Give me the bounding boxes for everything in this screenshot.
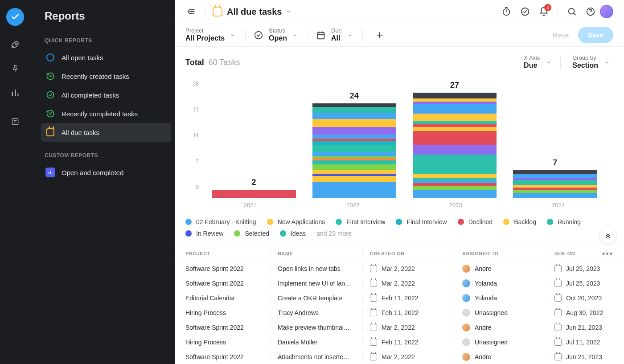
table-row[interactable]: Software Sprint 2022Make preview thumbna…	[175, 320, 624, 335]
legend-dot-icon	[234, 230, 240, 237]
calendar-icon	[554, 294, 562, 302]
add-filter-button[interactable]: +	[371, 26, 389, 44]
calendar-icon	[554, 265, 562, 272]
report-title-dropdown[interactable]: All due tasks	[210, 5, 294, 19]
bar-segment	[312, 119, 396, 127]
sidebar-item-open-and-completed[interactable]: Open and completed	[41, 163, 171, 182]
cell-due: Aug 30, 2022	[554, 309, 613, 316]
cell-assigned: Yolanda	[462, 279, 547, 287]
report-title: All due tasks	[227, 7, 282, 17]
legend-item[interactable]: New Applications	[267, 218, 325, 225]
app-logo[interactable]	[6, 8, 24, 26]
table-row[interactable]: Software Sprint 2022Implement new UI of …	[175, 276, 624, 290]
filter-separator	[245, 29, 246, 41]
sidebar-item-all-completed[interactable]: All completed tasks	[41, 86, 171, 104]
rail-rocket-icon[interactable]	[10, 39, 21, 50]
cell-project: Software Sprint 2022	[185, 265, 270, 272]
th-project[interactable]: PROJECT	[185, 251, 270, 256]
legend-item[interactable]: In Review	[185, 230, 223, 237]
legend-item[interactable]: Declined	[458, 218, 493, 225]
bar-segment	[312, 176, 396, 182]
collapse-sidebar-button[interactable]	[182, 5, 201, 18]
avatar-icon	[462, 338, 470, 346]
th-created[interactable]: CREATED ON	[370, 251, 455, 256]
legend-item[interactable]: Final Interview	[396, 218, 447, 225]
custom-report-icon	[45, 168, 55, 177]
bell-icon[interactable]: 4	[534, 2, 553, 21]
x-tick: 2023	[414, 202, 497, 209]
table-more-button[interactable]: •••	[600, 249, 613, 258]
cell-created: Mar 2, 2022	[370, 324, 455, 331]
svg-point-4	[521, 8, 529, 16]
reset-button[interactable]: Reset	[545, 27, 578, 43]
th-due[interactable]: DUE ON	[554, 251, 600, 256]
table-row[interactable]: Software Sprint 2022Attachments not inse…	[175, 349, 624, 364]
th-assigned[interactable]: ASSIGNED TO	[462, 251, 547, 256]
recent-created-icon	[45, 71, 55, 81]
bar-2022[interactable]: 24	[312, 91, 396, 198]
bar-segment	[413, 145, 497, 155]
chart: 28211470 224277	[175, 70, 624, 198]
timer-icon[interactable]	[497, 2, 516, 21]
table-row[interactable]: Hiring ProcessTracy AndrewsFeb 11, 2022U…	[175, 305, 624, 320]
legend-item[interactable]: Selected	[234, 230, 269, 237]
bar-2024[interactable]: 7	[513, 158, 597, 198]
calendar-icon	[370, 294, 377, 302]
recent-completed-icon	[45, 109, 55, 119]
cell-project: Software Sprint 2022	[185, 280, 270, 287]
table-row[interactable]: Hiring ProcessDaniela MüllerFeb 11, 2022…	[175, 335, 624, 349]
rail-note-icon[interactable]	[10, 116, 21, 127]
legend-item[interactable]: First Interview	[336, 218, 385, 225]
filter-due[interactable]: Due All	[316, 28, 362, 42]
sidebar-title: Reports	[45, 10, 171, 22]
x-tick: 2021	[208, 202, 292, 209]
legend-item[interactable]: Ideas	[280, 230, 306, 237]
filter-status[interactable]: Status Open	[254, 28, 308, 42]
sidebar-item-recently-completed[interactable]: Recently completed tasks	[41, 104, 171, 123]
search-icon[interactable]	[562, 2, 581, 21]
rail-reports-icon[interactable]	[10, 87, 21, 98]
legend-item[interactable]: Running	[547, 218, 581, 225]
avatar-icon	[462, 309, 470, 317]
save-button[interactable]: Save	[578, 27, 613, 43]
cell-created: Feb 11, 2022	[370, 294, 455, 302]
axis-value: Section	[572, 61, 598, 70]
x-tick: 2022	[311, 202, 395, 209]
legend-item[interactable]: 02 February - Knitting	[185, 218, 256, 225]
x-axis-dropdown[interactable]: X Axis Due	[521, 55, 551, 70]
bar-segment	[212, 190, 296, 198]
cell-created: Mar 2, 2022	[370, 280, 455, 287]
cell-assigned: Yolanda	[462, 294, 547, 302]
calendar-icon	[370, 324, 377, 331]
sidebar-item-all-open-tasks[interactable]: All open tasks	[41, 48, 171, 67]
chevron-down-icon	[604, 60, 610, 65]
legend-item[interactable]: Backlog	[503, 218, 536, 225]
group-by-dropdown[interactable]: Group by Section	[570, 55, 610, 70]
legend-label: Declined	[468, 218, 493, 225]
legend-more[interactable]: and 23 more	[316, 230, 352, 237]
user-avatar[interactable]	[600, 5, 613, 18]
bar-2023[interactable]: 27	[413, 81, 497, 198]
help-icon[interactable]	[581, 2, 600, 21]
legend-label: New Applications	[278, 218, 325, 225]
table-row[interactable]: Software Sprint 2022Open links in new ta…	[175, 261, 624, 276]
rail-pin-icon[interactable]	[10, 63, 21, 74]
check-circle-icon[interactable]	[516, 2, 534, 21]
filter-project[interactable]: Project All Projects	[185, 28, 245, 42]
chevron-down-icon	[347, 33, 353, 38]
due-calendar-icon	[45, 127, 55, 137]
sidebar-item-all-due-tasks[interactable]: All due tasks	[41, 123, 171, 142]
svg-point-5	[569, 8, 575, 14]
scroll-collapse-button[interactable]	[600, 227, 616, 243]
table-row[interactable]: Editorial CalendarCreate a OKR templateF…	[175, 290, 624, 305]
th-name[interactable]: NAME	[278, 251, 362, 256]
calendar-icon	[316, 30, 326, 40]
svg-point-0	[15, 43, 16, 45]
y-tick: 14	[193, 132, 199, 139]
bar-2021[interactable]: 2	[212, 178, 296, 198]
calendar-icon	[370, 280, 377, 287]
cell-created: Mar 2, 2022	[370, 353, 455, 360]
topbar-separator	[205, 5, 205, 18]
topbar: All due tasks 4	[175, 0, 624, 24]
sidebar-item-recently-created[interactable]: Recently created tasks	[41, 67, 171, 86]
